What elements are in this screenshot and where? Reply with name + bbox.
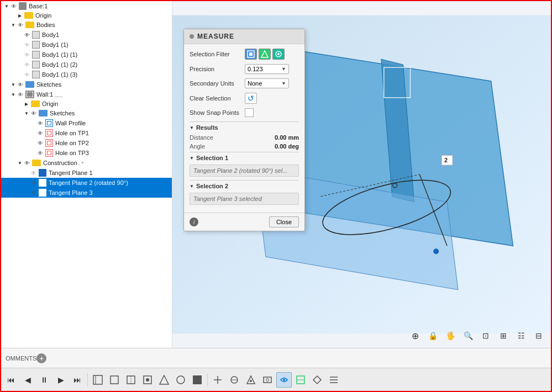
- eye-body1-11[interactable]: 👁: [23, 51, 31, 59]
- filter-btn-2[interactable]: [259, 49, 271, 60]
- svg-marker-14: [261, 51, 268, 57]
- filter-btn-1[interactable]: [245, 49, 257, 60]
- show-snap-checkbox[interactable]: [245, 108, 254, 117]
- expand-construction[interactable]: ▼: [17, 160, 23, 166]
- eye-body1-13[interactable]: 👁: [23, 71, 31, 78]
- precision-value: 0.123: [248, 66, 263, 72]
- tree-origin-row[interactable]: ▶ Origin: [1, 11, 172, 20]
- view-ctrl-5[interactable]: ⊡: [478, 328, 493, 343]
- tb-tool-9[interactable]: [227, 372, 242, 388]
- tb-pause[interactable]: ⏸: [36, 372, 52, 388]
- sketches-folder: [25, 81, 34, 88]
- tree-wall-origin[interactable]: ▶ Origin: [1, 99, 172, 108]
- tb-tool-12[interactable]: [276, 372, 292, 388]
- tree-root[interactable]: ▼ 👁 Base:1: [1, 1, 172, 11]
- tree-sketches-header[interactable]: ▼ 👁 Sketches: [1, 80, 172, 89]
- tb-prev-start[interactable]: ⏮: [3, 372, 19, 388]
- tb-tool-8[interactable]: [210, 372, 225, 388]
- tb-tool-1[interactable]: [90, 372, 106, 388]
- tree-construction[interactable]: ▼ 👁 Construction , +: [1, 158, 172, 168]
- tb-next[interactable]: ▶: [53, 372, 69, 388]
- wall1-label: Wall:1: [36, 91, 53, 98]
- add-comment-btn[interactable]: +: [36, 353, 46, 363]
- eye-wall1[interactable]: 👁: [17, 91, 24, 98]
- tb-tool-3[interactable]: [123, 372, 139, 388]
- view-ctrl-1[interactable]: ⊕: [407, 328, 423, 343]
- tb-tool-5[interactable]: [156, 372, 172, 388]
- expand-bodies[interactable]: ▼: [10, 22, 17, 28]
- close-button[interactable]: Close: [269, 216, 299, 227]
- eye-tp1[interactable]: 👁: [30, 169, 38, 177]
- tb-next-end[interactable]: ⏭: [70, 372, 85, 388]
- eye-hole-tp3[interactable]: 👁: [36, 149, 44, 157]
- tb-tool-7[interactable]: [190, 372, 205, 388]
- expand-root[interactable]: ▼: [3, 3, 10, 9]
- view-ctrl-6[interactable]: ⊞: [496, 328, 511, 343]
- tree-tp1[interactable]: 👁 Tangent Plane 1: [1, 168, 172, 178]
- eye-hole-tp1[interactable]: 👁: [36, 129, 44, 137]
- expand-sketches[interactable]: ▼: [10, 81, 17, 88]
- filter-btn-3[interactable]: [272, 49, 285, 60]
- precision-select[interactable]: 0.123 ▼: [245, 64, 289, 74]
- eye-construction[interactable]: 👁: [23, 159, 31, 167]
- tree-body1-1[interactable]: 👁 Body1 (1): [1, 40, 172, 50]
- eye-tp2[interactable]: 👁: [30, 179, 38, 187]
- hole-tp3-icon: [45, 149, 53, 157]
- eye-bodies[interactable]: 👁: [17, 21, 24, 29]
- expand-origin[interactable]: ▶: [17, 12, 23, 19]
- eye-body1-12[interactable]: 👁: [23, 61, 31, 68]
- view-ctrl-7[interactable]: ☷: [513, 328, 529, 343]
- dialog-header[interactable]: MEASURE: [184, 29, 304, 44]
- tree-bodies-header[interactable]: ▼ 👁 Bodies: [1, 20, 172, 30]
- tb-tool-2[interactable]: [107, 372, 122, 388]
- tree-body1-11[interactable]: 👁 Body1 (1) (1): [1, 50, 172, 60]
- secondary-units-select[interactable]: None ▼: [245, 78, 289, 88]
- tb-tool-10[interactable]: [243, 372, 259, 388]
- tb-tool-14[interactable]: [309, 372, 325, 388]
- tb-tool-6[interactable]: [173, 372, 188, 388]
- view-ctrl-2[interactable]: 🔒: [425, 328, 440, 343]
- tree-hole-tp3[interactable]: 👁 Hole on TP3: [1, 148, 172, 158]
- clear-selection-btn[interactable]: ↺: [245, 93, 257, 104]
- tree-body1[interactable]: 👁 Body1: [1, 30, 172, 40]
- tree-wall-profile[interactable]: 👁 Wall Profile: [1, 118, 172, 128]
- angle-value: 0.00 deg: [275, 143, 299, 150]
- tree-wall1[interactable]: ▼ 👁 Wall:1 ___: [1, 89, 172, 99]
- tb-tool-15[interactable]: [326, 372, 341, 388]
- eye-hole-tp2[interactable]: 👁: [36, 139, 44, 147]
- expand-wall-origin[interactable]: ▶: [23, 100, 30, 107]
- view-ctrl-3[interactable]: 🖐: [443, 328, 458, 343]
- tb-tool-11[interactable]: [260, 372, 275, 388]
- tp3-icon: [39, 189, 46, 197]
- eye-tp3[interactable]: 👁: [30, 189, 38, 197]
- tree-tp3[interactable]: 👁 Tangent Plane 3: [1, 188, 172, 198]
- expand-wall-sketches[interactable]: ▼: [23, 110, 30, 116]
- expand-wall1[interactable]: ▼: [10, 91, 17, 98]
- bodies-label: Bodies: [36, 22, 55, 28]
- view-ctrl-4[interactable]: 🔍: [460, 328, 476, 343]
- results-section[interactable]: ▼ Results: [190, 124, 299, 131]
- eye-body1-1[interactable]: 👁: [23, 41, 31, 49]
- tb-tool-13[interactable]: [293, 372, 308, 388]
- tree-hole-tp2[interactable]: 👁 Hole on TP2: [1, 138, 172, 148]
- eye-wall-sketches[interactable]: 👁: [30, 109, 38, 117]
- tree-body1-12[interactable]: 👁 Body1 (1) (2): [1, 60, 172, 70]
- tb-tool-4[interactable]: [140, 372, 155, 388]
- wall-profile-label: Wall Profile: [55, 120, 86, 126]
- selection1-section[interactable]: ▼ Selection 1: [190, 155, 299, 161]
- tree-hole-tp1[interactable]: 👁 Hole on TP1: [1, 128, 172, 138]
- tree-tp2[interactable]: 👁 Tangent Plane 2 (rotated 90°): [1, 178, 172, 188]
- tree-wall-sketches[interactable]: ▼ 👁 Sketches: [1, 108, 172, 118]
- eye-wall-profile[interactable]: 👁: [36, 119, 44, 127]
- tree-body1-13[interactable]: 👁 Body1 (1) (3): [1, 70, 172, 80]
- view-ctrl-8[interactable]: ⊟: [531, 328, 546, 343]
- eye-body1[interactable]: 👁: [23, 31, 31, 39]
- info-icon[interactable]: i: [190, 218, 198, 226]
- eye-sketches[interactable]: 👁: [17, 81, 24, 88]
- selection2-section[interactable]: ▼ Selection 2: [190, 183, 299, 189]
- eye-root[interactable]: 👁: [10, 2, 18, 10]
- tb-prev[interactable]: ◀: [20, 372, 35, 388]
- body1-icon: [32, 31, 40, 39]
- tp2-icon: [39, 179, 46, 187]
- hole-tp2-icon: [45, 139, 53, 147]
